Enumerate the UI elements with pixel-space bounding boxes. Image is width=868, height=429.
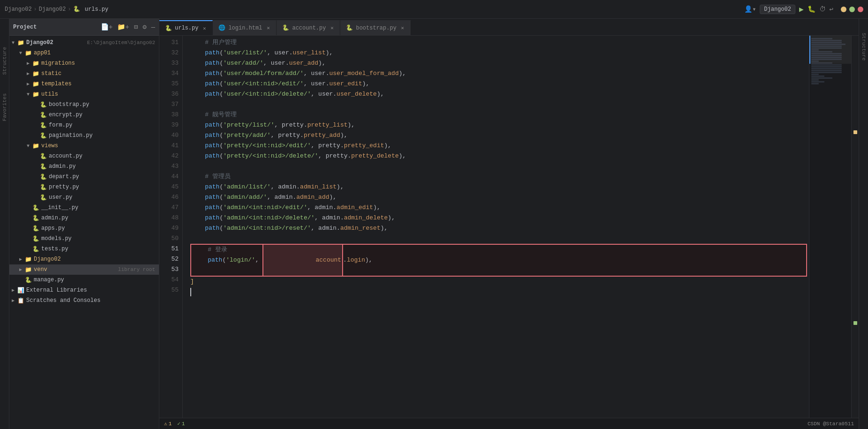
file-icon-admin-py-root: 🐍 xyxy=(32,215,39,222)
tree-item-external-libraries[interactable]: ▶ 📊 External Libraries xyxy=(9,285,159,295)
label-account-py: account.py xyxy=(49,153,155,159)
editor-area: 🐍 urls.py ✕ 🌐 login.html ✕ 🐍 account.py … xyxy=(159,19,859,429)
code-line-39: path ( 'pretty/list/' , pretty. pretty_l… xyxy=(190,120,809,130)
code-line-49: path ( 'admin/<int:nid>/reset/' , admin.… xyxy=(190,223,809,233)
file-icon-account-py: 🐍 xyxy=(39,153,47,160)
tree-item-static[interactable]: ▶ 📁 static xyxy=(9,68,159,79)
favorites-tab[interactable]: Favorites xyxy=(2,93,7,121)
tree-item-form-py[interactable]: 🐍 form.py xyxy=(9,120,159,130)
tree-item-templates[interactable]: ▶ 📁 templates xyxy=(9,79,159,89)
tree-item-admin-py-views[interactable]: 🐍 admin.py xyxy=(9,161,159,172)
tab-bar: 🐍 urls.py ✕ 🌐 login.html ✕ 🐍 account.py … xyxy=(159,19,859,36)
file-tree: ▼ 📁 Django02 E:\DjangoItem\Django02 ▼ 📁 … xyxy=(9,36,159,429)
tree-item-admin-py-root[interactable]: 🐍 admin.py xyxy=(9,213,159,223)
tree-item-app01[interactable]: ▼ 📁 app01 xyxy=(9,48,159,58)
tab-account[interactable]: 🐍 account.py ✕ xyxy=(277,20,340,35)
status-bar-right: CSDN @Stara0511 xyxy=(808,421,854,427)
tree-item-apps-py[interactable]: 🐍 apps.py xyxy=(9,223,159,233)
tab-close-login[interactable]: ✕ xyxy=(265,25,271,31)
label-django02-sub: Django02 xyxy=(34,256,155,263)
label-depart-py: depart.py xyxy=(49,173,155,180)
tree-item-django02-sub[interactable]: ▶ 📁 Django02 xyxy=(9,254,159,264)
file-icon-manage-py: 🐍 xyxy=(24,277,32,284)
arrow-app01: ▼ xyxy=(17,51,24,56)
tree-item-init-py[interactable]: 🐍 __init__.py xyxy=(9,203,159,213)
tree-item-pretty-py[interactable]: 🐍 pretty.py xyxy=(9,182,159,192)
tab-bootstrap[interactable]: 🐍 bootstrap.py ✕ xyxy=(340,20,411,35)
minimap-viewport[interactable] xyxy=(809,36,851,64)
tree-item-scratches[interactable]: ▶ 📋 Scratches and Consoles xyxy=(9,295,159,306)
structure-right-label[interactable]: Structure xyxy=(861,33,867,60)
check-icon: ✓ xyxy=(177,421,180,427)
maximize-btn[interactable] xyxy=(849,7,855,12)
icon-scratches: 📋 xyxy=(17,297,24,304)
profile-icon[interactable]: ⏱ xyxy=(819,6,826,13)
tab-close-bootstrap[interactable]: ✕ xyxy=(399,25,406,31)
code-line-40: path ( 'pretty/add/' , pretty. pretty_ad… xyxy=(190,130,809,141)
close-btn[interactable] xyxy=(858,7,863,12)
csdn-credit: CSDN @Stara0511 xyxy=(808,421,854,427)
arrow-views: ▼ xyxy=(24,143,32,149)
tab-label-account: account.py xyxy=(292,25,326,31)
tab-label-login: login.html xyxy=(228,25,262,31)
ok-marker xyxy=(853,321,857,325)
tab-close-account[interactable]: ✕ xyxy=(329,25,335,31)
check-count[interactable]: ✓ 1 xyxy=(177,421,185,427)
project-panel-title: Project xyxy=(13,24,98,30)
user-icon[interactable]: 👤▾ xyxy=(744,5,756,13)
breadcrumb-item-2[interactable]: Django02 xyxy=(39,6,66,13)
breadcrumb-sep-1: › xyxy=(34,6,37,13)
tab-icon-urls: 🐍 xyxy=(165,25,172,32)
minimize-btn[interactable] xyxy=(841,7,846,12)
warning-count[interactable]: ⚠ 1 xyxy=(164,421,172,427)
file-icon-bootstrap-py: 🐍 xyxy=(39,101,47,108)
new-folder-icon[interactable]: 📁+ xyxy=(117,23,129,31)
tree-item-views[interactable]: ▼ 📁 views xyxy=(9,141,159,151)
tree-item-account-py[interactable]: 🐍 account.py xyxy=(9,151,159,161)
tree-item-depart-py[interactable]: 🐍 depart.py xyxy=(9,172,159,182)
structure-tab[interactable]: Structure xyxy=(2,47,7,75)
label-utils: utils xyxy=(41,91,155,98)
tree-item-models-py[interactable]: 🐍 models.py xyxy=(9,233,159,244)
code-editor[interactable]: # 用户管理 path ( 'user/list/' , user. user_… xyxy=(183,36,809,418)
tree-item-pagination-py[interactable]: 🐍 pagination.py xyxy=(9,130,159,141)
code-line-46: path ( 'admin/add/' , admin. admin_add )… xyxy=(190,192,809,203)
git-icon[interactable]: ↩ xyxy=(830,5,833,13)
code-line-37 xyxy=(190,99,809,110)
tab-urls[interactable]: 🐍 urls.py ✕ xyxy=(159,20,213,35)
debug-icon[interactable]: 🐛 xyxy=(808,5,816,13)
tab-login[interactable]: 🌐 login.html ✕ xyxy=(213,20,277,35)
hide-panel-icon[interactable]: — xyxy=(151,23,155,31)
line-numbers: 31 32 33 34 35 36 37 38 39 40 41 42 43 4… xyxy=(159,36,183,418)
project-panel: Project 📄+ 📁+ ⊟ ⚙ — ▼ 📁 Django02 E:\Djan… xyxy=(9,19,159,429)
breadcrumb-item-1[interactable]: Django02 xyxy=(5,6,32,13)
tree-item-bootstrap-py[interactable]: 🐍 bootstrap.py xyxy=(9,99,159,110)
code-line-38: # 靓号管理 xyxy=(190,110,809,120)
tree-item-user-py[interactable]: 🐍 user.py xyxy=(9,192,159,203)
folder-icon-utils: 📁 xyxy=(32,91,39,98)
tree-item-manage-py[interactable]: 🐍 manage.py xyxy=(9,275,159,285)
label-app01: app01 xyxy=(34,50,155,56)
tree-item-encrypt-py[interactable]: 🐍 encrypt.py xyxy=(9,110,159,120)
label-encrypt-py: encrypt.py xyxy=(49,112,155,118)
new-file-icon[interactable]: 📄+ xyxy=(101,23,112,31)
label-pretty-py: pretty.py xyxy=(49,184,155,190)
label-user-py: user.py xyxy=(49,194,155,201)
tree-item-utils[interactable]: ▼ 📁 utils xyxy=(9,89,159,99)
run-icon[interactable]: ▶ xyxy=(799,5,804,14)
code-line-52: path ( 'login/' , account . login ), xyxy=(193,255,804,265)
tab-close-urls[interactable]: ✕ xyxy=(201,25,208,31)
folder-icon-templates: 📁 xyxy=(32,81,39,88)
tree-item-migrations[interactable]: ▶ 📁 migrations xyxy=(9,58,159,68)
tree-item-venv[interactable]: ▶ 📁 venv library root xyxy=(9,264,159,275)
project-selector[interactable]: Django02 xyxy=(760,5,795,14)
label-migrations: migrations xyxy=(41,60,155,67)
code-line-41: path ( 'pretty/<int:nid>/edit/' , pretty… xyxy=(190,141,809,151)
arrow-ext-libs: ▶ xyxy=(9,287,17,293)
file-icon-form-py: 🐍 xyxy=(39,122,47,129)
collapse-all-icon[interactable]: ⊟ xyxy=(134,23,138,31)
label-scratches: Scratches and Consoles xyxy=(26,297,155,304)
settings-icon[interactable]: ⚙ xyxy=(142,23,146,31)
tree-item-django02-root[interactable]: ▼ 📁 Django02 E:\DjangoItem\Django02 xyxy=(9,38,159,48)
tree-item-tests-py[interactable]: 🐍 tests.py xyxy=(9,244,159,254)
